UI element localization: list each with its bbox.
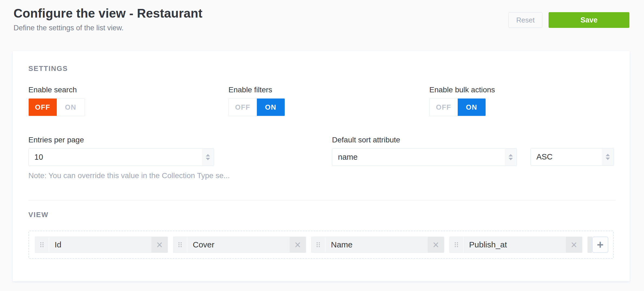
- select-spinner[interactable]: [202, 149, 214, 166]
- enable-search-label: Enable search: [28, 85, 85, 94]
- field-drop-zone: Id × Cover × Name × Publish_at ×: [28, 231, 614, 259]
- add-field-group: +: [587, 237, 608, 253]
- entries-per-page-label: Entries per page: [28, 135, 214, 145]
- default-sort-field: Default sort attribute name: [332, 135, 517, 166]
- reset-button[interactable]: Reset: [509, 12, 542, 28]
- toggle-on-option[interactable]: ON: [57, 99, 85, 116]
- select-spinner[interactable]: [602, 148, 614, 165]
- close-icon: ×: [433, 239, 439, 251]
- default-sort-select[interactable]: name: [332, 148, 517, 166]
- field-chip-label: Publish_at: [464, 237, 566, 253]
- close-icon: ×: [294, 239, 301, 251]
- sort-order-select[interactable]: ASC: [530, 148, 614, 166]
- default-sort-label: Default sort attribute: [332, 135, 517, 145]
- drag-handle-icon: [455, 242, 458, 247]
- page-title: Configure the view - Restaurant: [14, 6, 203, 21]
- field-chip-publish-at[interactable]: Publish_at ×: [449, 237, 582, 253]
- drag-handle-icon: [178, 242, 182, 247]
- add-field-button[interactable]: +: [592, 237, 608, 253]
- stepper-down-icon[interactable]: [509, 158, 513, 160]
- close-icon: ×: [571, 239, 577, 251]
- stepper-down-icon[interactable]: [606, 158, 610, 160]
- enable-search-field: Enable search OFF ON: [28, 85, 85, 116]
- remove-field-button[interactable]: ×: [428, 237, 444, 253]
- drag-handle[interactable]: [173, 237, 187, 253]
- drag-handle[interactable]: [311, 237, 326, 253]
- settings-section-title: SETTINGS: [28, 64, 68, 73]
- toggle-off-option[interactable]: OFF: [29, 99, 57, 116]
- stepper-up-icon[interactable]: [206, 154, 210, 156]
- stepper-up-icon[interactable]: [606, 154, 610, 156]
- toggle-on-option[interactable]: ON: [458, 99, 486, 116]
- enable-search-toggle[interactable]: OFF ON: [28, 98, 85, 116]
- configure-view-page: { "header": { "title": "Configure the vi…: [0, 0, 644, 291]
- toggle-on-option[interactable]: ON: [257, 99, 285, 116]
- field-chip-id[interactable]: Id ×: [35, 237, 168, 253]
- section-divider: [28, 200, 616, 201]
- select-spinner[interactable]: [505, 149, 517, 166]
- enable-bulk-actions-toggle[interactable]: OFF ON: [429, 98, 486, 116]
- stepper-down-icon[interactable]: [206, 158, 210, 160]
- field-chip-label: Cover: [187, 237, 290, 253]
- settings-card: SETTINGS Enable search OFF ON Enable fil…: [13, 51, 630, 281]
- field-chip-name[interactable]: Name ×: [311, 237, 444, 253]
- toggle-off-option[interactable]: OFF: [229, 99, 257, 116]
- sort-order-value: ASC: [531, 148, 602, 165]
- entries-note-text: Note: You can override this value in the…: [28, 171, 230, 180]
- view-section-title: VIEW: [28, 211, 48, 219]
- plus-icon: +: [597, 238, 604, 251]
- field-chip-label: Name: [326, 237, 428, 253]
- default-sort-value: name: [332, 149, 505, 166]
- drag-handle-icon: [317, 242, 320, 247]
- stepper-up-icon[interactable]: [509, 154, 513, 156]
- drag-handle-icon: [40, 242, 44, 247]
- entries-per-page-select[interactable]: 10: [28, 148, 214, 166]
- remove-field-button[interactable]: ×: [151, 237, 168, 253]
- enable-bulk-actions-label: Enable bulk actions: [429, 85, 495, 94]
- enable-filters-field: Enable filters OFF ON: [228, 85, 285, 116]
- save-button[interactable]: Save: [549, 12, 629, 28]
- field-chip-label: Id: [49, 237, 151, 253]
- drag-handle[interactable]: [35, 237, 49, 253]
- entries-per-page-value: 10: [29, 149, 202, 166]
- close-icon: ×: [156, 239, 162, 251]
- enable-filters-toggle[interactable]: OFF ON: [228, 98, 285, 116]
- page-subtitle: Define the settings of the list view.: [14, 24, 124, 32]
- remove-field-button[interactable]: ×: [566, 237, 582, 253]
- field-chip-cover[interactable]: Cover ×: [173, 237, 306, 253]
- enable-bulk-actions-field: Enable bulk actions OFF ON: [429, 85, 495, 116]
- toggle-off-option[interactable]: OFF: [430, 99, 458, 116]
- drag-handle[interactable]: [450, 237, 464, 253]
- enable-filters-label: Enable filters: [228, 85, 285, 94]
- entries-per-page-field: Entries per page 10: [28, 135, 214, 166]
- add-field-stub: [587, 237, 592, 253]
- remove-field-button[interactable]: ×: [290, 237, 306, 253]
